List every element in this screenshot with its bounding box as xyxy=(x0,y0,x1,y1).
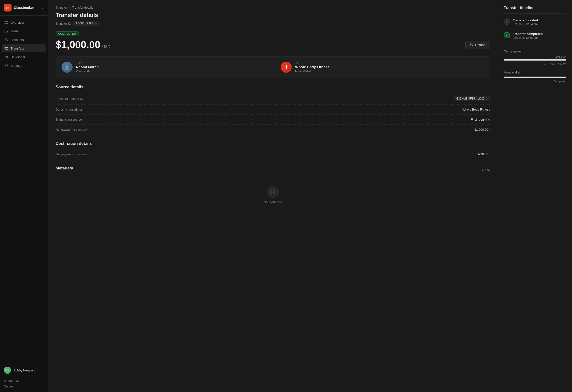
transfer-id-value: AD086...739E xyxy=(76,22,94,25)
timeline-dot-created xyxy=(504,18,510,25)
sidebar-item-label-developer: Developer xyxy=(11,55,25,59)
sidebar-item-label-overview: Overview xyxy=(11,21,24,24)
app-header[interactable]: cb Classbooker ⌄ xyxy=(0,0,48,15)
moov-wallet-section: Moov wallet Completed xyxy=(504,71,566,83)
net-payment-summary-dest-link[interactable]: $990.00 › xyxy=(477,152,490,156)
moov-wallet-fill xyxy=(504,76,566,78)
chevron-down-icon: ⌄ xyxy=(41,6,44,9)
app-logo: cb xyxy=(4,4,12,12)
from-avatar xyxy=(62,62,73,73)
moov-wallet-title: Moov wallet xyxy=(504,71,566,74)
net-payment-summary-dest-value[interactable]: $990.00 › xyxy=(229,149,490,159)
transaction-source-label: Transaction source xyxy=(56,115,229,125)
net-payment-summary-source-label: Net payment summary xyxy=(56,125,229,135)
table-row: Dynamic descriptor Whole Body Fitness xyxy=(56,105,490,115)
card-payment-fill xyxy=(504,59,566,60)
timeline-title: Transfer timeline xyxy=(504,6,566,14)
sidebar-item-label-accounts: Accounts xyxy=(11,38,24,42)
to-sub: Moov Wallet xyxy=(295,70,329,73)
sidebar-item-settings[interactable]: Settings xyxy=(2,61,46,70)
amount-currency: USD xyxy=(102,45,111,49)
svg-rect-0 xyxy=(4,21,6,22)
sidebar-item-overview[interactable]: Overview xyxy=(2,18,46,27)
card-payment-section: Card payment Completed 03/12/25, 12:55 p… xyxy=(504,49,566,65)
amount-display: $1,000.00 USD xyxy=(56,39,111,50)
sidebar-item-transfers[interactable]: Transfers xyxy=(2,44,46,52)
main-content: Transfer › Transfer details Transfer det… xyxy=(48,0,498,392)
sidebar-footer: BN Bobby Newport What's new Guides xyxy=(0,359,48,392)
sidebar: cb Classbooker ⌄ Overview xyxy=(0,0,48,392)
parties-card: From Naomi Moran Visa • 4567 → ↗ To Whol… xyxy=(56,56,490,78)
table-row: Transaction source First recurring xyxy=(56,115,490,125)
sidebar-item-label-settings: Settings xyxy=(11,64,22,67)
metadata-header: Metadata + Add xyxy=(56,166,490,174)
svg-point-13 xyxy=(506,21,508,22)
net-payment-summary-source-link[interactable]: -$1,000.00 › xyxy=(473,128,490,131)
breadcrumb-parent[interactable]: Transfer xyxy=(56,6,67,9)
svg-point-10 xyxy=(66,65,68,67)
from-name: Naomi Moran xyxy=(76,65,99,69)
breadcrumb-current: Transfer details xyxy=(72,6,93,9)
svg-rect-7 xyxy=(4,47,7,48)
chevron-right-icon-dest: › xyxy=(489,153,490,156)
transfer-id-badge[interactable]: AD086...739E ⧉ xyxy=(73,21,100,26)
dynamic-descriptor-value: Whole Body Fitness xyxy=(229,105,490,115)
card-payment-date: 03/12/25, 12:55 pm xyxy=(504,62,566,65)
copy-badge-icon: ⧉ xyxy=(486,97,487,100)
table-row: Net payment summary -$1,000.00 › xyxy=(56,125,490,135)
refund-button[interactable]: Refund xyxy=(465,41,490,49)
guides-link[interactable]: Guides xyxy=(2,384,45,389)
payment-method-id-badge[interactable]: B39XM3-4F35...1KX9 ⧉ xyxy=(454,96,490,101)
right-panel: Transfer timeline Transfer created 03/09… xyxy=(498,0,572,392)
sidebar-item-label-transfers: Transfers xyxy=(11,47,24,50)
net-payment-summary-dest-label: Net payment summary xyxy=(56,149,229,159)
payment-method-id-text: B39XM3-4F35...1KX9 xyxy=(456,97,484,100)
transfer-id-label: Transfer ID xyxy=(56,22,71,25)
card-payment-progress xyxy=(504,59,566,60)
moov-wallet-progress xyxy=(504,76,566,78)
to-avatar: ↗ xyxy=(281,62,292,73)
to-party: ↗ To Whole Body Fitness Moov Wallet xyxy=(275,57,490,78)
code-icon xyxy=(4,55,8,59)
to-info: To Whole Body Fitness Moov Wallet xyxy=(295,61,329,73)
payment-method-id-label: Payment method ID xyxy=(56,93,229,105)
refund-icon xyxy=(470,43,473,46)
page-title: Transfer details xyxy=(56,12,490,18)
card-payment-title: Card payment xyxy=(504,49,566,53)
svg-rect-3 xyxy=(6,23,8,24)
net-payment-dest-amount: $990.00 xyxy=(477,152,488,156)
source-details-title: Source details xyxy=(56,85,490,90)
source-details-table: Payment method ID B39XM3-4F35...1KX9 ⧉ D… xyxy=(56,93,490,135)
footer-links: What's new Guides xyxy=(2,378,45,389)
svg-point-9 xyxy=(6,65,7,66)
user-profile[interactable]: BN Bobby Newport xyxy=(2,365,45,376)
amount-row: $1,000.00 USD Refund xyxy=(56,39,490,50)
sidebar-item-accounts[interactable]: Accounts xyxy=(2,36,46,44)
to-label: To xyxy=(295,61,329,64)
net-payment-amount: -$1,000.00 xyxy=(473,128,488,131)
sidebar-item-wallet[interactable]: Wallet xyxy=(2,27,46,35)
table-row: Net payment summary $990.00 › xyxy=(56,149,490,159)
timeline-event-label-completed: Transfer completed xyxy=(513,32,543,36)
svg-rect-5 xyxy=(7,31,8,32)
sidebar-item-developer[interactable]: Developer xyxy=(2,53,46,61)
copy-icon[interactable]: ⧉ xyxy=(95,22,97,25)
from-sub: Visa • 4567 xyxy=(76,70,99,73)
whats-new-link[interactable]: What's new xyxy=(2,378,45,383)
net-payment-summary-source-value[interactable]: -$1,000.00 › xyxy=(229,125,490,135)
metadata-empty: No metadata xyxy=(56,179,490,211)
dynamic-descriptor-label: Dynamic descriptor xyxy=(56,105,229,115)
transfer-id-row: Transfer ID AD086...739E ⧉ xyxy=(56,21,490,26)
svg-point-6 xyxy=(5,38,7,40)
timeline-dot-completed xyxy=(504,32,510,38)
transaction-source-value: First recurring xyxy=(229,115,490,125)
arrow-icon: → xyxy=(271,65,275,70)
svg-rect-1 xyxy=(6,21,8,22)
destination-details-table: Net payment summary $990.00 › xyxy=(56,149,490,159)
from-label: From xyxy=(76,61,99,64)
app-name: Classbooker xyxy=(14,6,39,10)
sidebar-nav: Overview Wallet Accounts xyxy=(0,15,48,359)
add-metadata-button[interactable]: + Add xyxy=(482,168,490,172)
refund-button-label: Refund xyxy=(475,43,486,47)
timeline-event-date-completed: 03/12/25, 12:55 pm xyxy=(513,36,543,40)
